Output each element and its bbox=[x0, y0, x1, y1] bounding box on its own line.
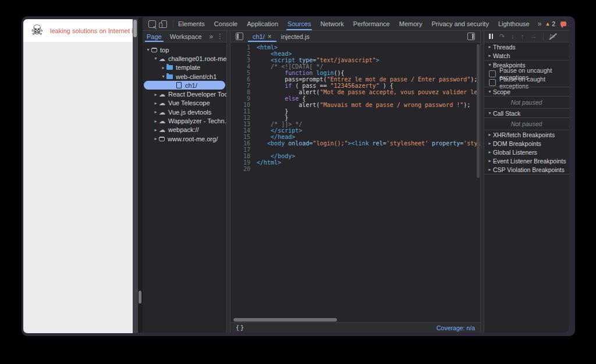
navigator-tab-page[interactable]: Page bbox=[143, 31, 166, 42]
warnings-badge[interactable]: ▲ 2 bbox=[545, 20, 555, 27]
page-scrollbar[interactable] bbox=[133, 19, 138, 333]
line-number-gutter[interactable]: 1234567891011121314151617181920 bbox=[230, 44, 254, 317]
devtools-tab-sources[interactable]: Sources bbox=[283, 17, 315, 30]
tree-item-vue-js-devtools[interactable]: ▸☁Vue.js devtools bbox=[143, 108, 226, 116]
navigator-tab-workspace[interactable]: Workspace bbox=[166, 31, 206, 42]
page-alert-text: leaking solutions on Internet is bbox=[50, 27, 133, 34]
code-token: <body bbox=[267, 140, 285, 147]
deactivate-breakpoints-icon[interactable]: ▷ bbox=[550, 33, 555, 40]
toggle-navigator-icon[interactable] bbox=[236, 33, 243, 40]
checkbox[interactable] bbox=[489, 70, 496, 77]
breakpoint-option-row[interactable]: Pause on caught exceptions bbox=[484, 78, 569, 87]
devtools-tab-lighthouse[interactable]: Lighthouse bbox=[494, 17, 534, 30]
toggle-debugger-sidebar-icon[interactable] bbox=[467, 33, 475, 40]
editor-tab-injected-js[interactable]: injected.js bbox=[276, 31, 314, 42]
tree-item-react-developer-tools[interactable]: ▸☁React Developer Tools bbox=[143, 90, 226, 98]
tree-item-top[interactable]: ▾top bbox=[143, 45, 226, 54]
section-header[interactable]: ▸DOM Breakpoints bbox=[484, 139, 569, 148]
step-out-icon[interactable]: ↑ bbox=[521, 33, 524, 40]
editor-vertical-scrollbar-thumb[interactable] bbox=[477, 44, 480, 178]
device-toolbar-icon[interactable] bbox=[161, 20, 167, 28]
tree-item-wappalyzer-techn-[interactable]: ▸☁Wappalyzer - Techn… bbox=[143, 116, 226, 125]
tree-item-ch1-[interactable]: ch1/ bbox=[144, 81, 225, 90]
devtools-tab-memory[interactable]: Memory bbox=[395, 17, 427, 30]
code-line: </html> bbox=[257, 159, 480, 166]
more-tabs-icon[interactable]: » bbox=[534, 20, 545, 28]
code-token: "Mauvais mot de passe / wrong password !… bbox=[320, 102, 463, 108]
code-line: <body onload="login();"><link rel='style… bbox=[257, 140, 480, 147]
code-editor[interactable]: 1234567891011121314151617181920 <html> <… bbox=[230, 42, 480, 317]
tree-item-www-root-me-org-[interactable]: ▸www.root-me.org/ bbox=[143, 134, 226, 143]
code-line: else { bbox=[257, 95, 480, 102]
tree-item-webpack-[interactable]: ▸☁webpack:// bbox=[143, 126, 226, 134]
code-token: /* <![CDATA[ */ bbox=[271, 63, 323, 70]
pretty-print-button[interactable]: {} bbox=[236, 324, 245, 331]
devtools-tab-performance[interactable]: Performance bbox=[349, 17, 395, 30]
pane-divider[interactable] bbox=[226, 31, 230, 333]
source-editor-pane: ch1/×injected.js 12345678910111213141516… bbox=[230, 31, 480, 333]
window-scrollbar-thumb[interactable] bbox=[139, 291, 141, 304]
chevron-down-icon: ▾ bbox=[487, 110, 493, 116]
tree-item-label: top bbox=[160, 47, 169, 53]
editor-tab-ch1-[interactable]: ch1/× bbox=[248, 31, 276, 42]
code-token: } bbox=[257, 108, 288, 115]
tree-item-label: webpack:// bbox=[168, 126, 199, 133]
code-token: alert( bbox=[257, 89, 320, 95]
editor-tab-bar: ch1/×injected.js bbox=[230, 31, 480, 42]
section-header[interactable]: ▾Call Stack bbox=[484, 109, 569, 117]
section-header[interactable]: ▸Event Listener Breakpoints bbox=[484, 156, 569, 165]
pane-divider[interactable] bbox=[480, 31, 484, 333]
section-header[interactable]: ▸XHR/fetch Breakpoints bbox=[484, 130, 569, 139]
navigator-more-tabs-icon[interactable]: » bbox=[206, 33, 217, 41]
tree-item-template[interactable]: ▸template bbox=[143, 63, 226, 72]
page-scrollbar-thumb[interactable] bbox=[133, 20, 137, 37]
code-token: "Entrez le mot de passe / Enter password… bbox=[327, 76, 470, 83]
devtools-tab-elements[interactable]: Elements bbox=[173, 17, 210, 30]
section-header[interactable]: ▸Threads bbox=[484, 42, 569, 51]
browser-window: ☠ leaking solutions on Internet is · · ·… bbox=[22, 16, 575, 336]
devtools-tab-application[interactable]: Application bbox=[242, 17, 283, 30]
sections-end-divider bbox=[484, 174, 569, 174]
navigator-kebab-icon[interactable]: ⋮ bbox=[217, 33, 227, 40]
section-header[interactable]: ▸Global Listeners bbox=[484, 148, 569, 156]
window-scrollbar[interactable] bbox=[138, 17, 143, 333]
editor-horizontal-scrollbar-thumb[interactable] bbox=[233, 318, 337, 322]
issues-badge[interactable]: 2 bbox=[560, 20, 569, 27]
code-token bbox=[257, 70, 285, 76]
section-header[interactable]: ▸Watch bbox=[484, 51, 569, 60]
chevron-right-icon: ▸ bbox=[487, 167, 493, 172]
section-breakpoints: ▾BreakpointsPause on uncaught exceptions… bbox=[484, 60, 569, 87]
tree-item-challenge01-root-me-[interactable]: ▾☁challenge01.root-me… bbox=[143, 54, 226, 63]
code-line: alert("Mauvais mot de passe / wrong pass… bbox=[257, 102, 480, 108]
folder-icon bbox=[166, 74, 173, 79]
close-tab-icon[interactable]: × bbox=[268, 33, 272, 40]
pause-icon[interactable] bbox=[489, 34, 493, 39]
step-icon[interactable]: → bbox=[530, 33, 537, 40]
code-token: if bbox=[285, 83, 292, 89]
checkbox[interactable] bbox=[489, 79, 496, 86]
source-code[interactable]: <html> <head> <script type="text/javascr… bbox=[254, 44, 480, 317]
tree-item-vue-telescope[interactable]: ▸☁Vue Telescope bbox=[143, 99, 226, 108]
code-token: /* ]]> */ bbox=[271, 121, 302, 127]
tree-item-label: Wappalyzer - Techn… bbox=[168, 117, 226, 124]
devtools-tab-privacy-and-security[interactable]: Privacy and security bbox=[427, 17, 493, 30]
code-line bbox=[257, 147, 480, 153]
devtools-tab-console[interactable]: Console bbox=[210, 17, 242, 30]
editor-horizontal-scrollbar[interactable] bbox=[230, 317, 480, 322]
tree-item-web-client-ch1[interactable]: ▾web-client/ch1 bbox=[143, 72, 226, 81]
editor-tabs: ch1/×injected.js bbox=[248, 31, 314, 42]
code-token: alert( bbox=[257, 102, 320, 108]
code-token bbox=[257, 134, 271, 140]
section-dom-breakpoints: ▸DOM Breakpoints bbox=[484, 139, 569, 148]
inspect-element-icon[interactable] bbox=[148, 20, 156, 28]
line-number: 18 bbox=[230, 153, 250, 159]
chevron-right-icon: ▸ bbox=[487, 44, 493, 49]
coverage-link[interactable]: Coverage: n/a bbox=[437, 324, 475, 331]
toolbar-right-icons: ▲ 2 2 ⚙ ⋮ × bbox=[545, 20, 569, 28]
section-header[interactable]: ▾Scope bbox=[484, 87, 569, 96]
section-header[interactable]: ▸CSP Violation Breakpoints bbox=[484, 165, 569, 174]
step-into-icon[interactable]: ↓ bbox=[511, 33, 515, 40]
step-over-icon[interactable]: ↷ bbox=[499, 33, 505, 40]
devtools-tab-network[interactable]: Network bbox=[315, 17, 348, 30]
code-line: <script type="text/javascript"> bbox=[257, 57, 480, 63]
